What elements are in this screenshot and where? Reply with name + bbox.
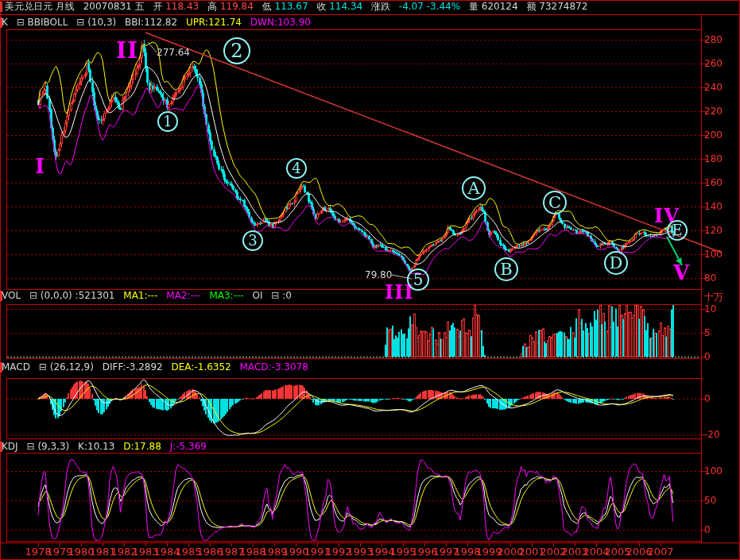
- bbiboll-params: (10,3): [87, 17, 116, 28]
- price-axis-label: 100: [704, 249, 723, 260]
- symbol-name: 美元兑日元: [5, 1, 52, 12]
- price-axis-label: 200: [704, 129, 723, 141]
- macd-panel-header: MACD ⊟ (26,12,9) DIFF:-3.2892 DEA:-1.635…: [2, 362, 314, 373]
- indicator-name-macd[interactable]: MACD: [2, 361, 30, 373]
- date-value: 20070831: [83, 1, 132, 12]
- indicator-name-kdj[interactable]: KDJ: [2, 441, 18, 452]
- wave-circle-3: 3: [242, 230, 263, 251]
- open-label: 开: [153, 1, 162, 12]
- wave-circle-D: D: [604, 251, 628, 275]
- kdj-k-value: K:10.13: [78, 441, 114, 452]
- weekday-value: 五: [135, 1, 145, 12]
- wave-circle-C: C: [543, 191, 567, 214]
- change-label: 涨跌: [371, 1, 390, 12]
- wave-circle-2: 2: [223, 37, 250, 64]
- wave-circle-E: E: [667, 220, 688, 241]
- price-axis-label: 280: [704, 34, 723, 45]
- kdj-axis-label: 0: [704, 524, 711, 535]
- kdj-axis-label: 100: [704, 465, 723, 477]
- dea-value: DEA:-1.6352: [172, 361, 231, 373]
- x-axis-year-label: 2007: [647, 546, 674, 558]
- indicator-name-bbiboll[interactable]: BBIBOLL: [28, 17, 68, 28]
- kdj-axis-label: 50: [704, 495, 716, 506]
- wave-circle-4: 4: [286, 158, 307, 179]
- price-axis-label: 260: [704, 58, 723, 69]
- ma2-value: MA2:---: [166, 290, 200, 301]
- kdj-params: (9,3,3): [37, 441, 69, 452]
- bbi-value: BBI:112.82: [125, 17, 177, 28]
- ma1-value: MA1:---: [123, 290, 157, 301]
- ma3-value: MA3:---: [209, 290, 243, 301]
- volume-axis-label: 10: [704, 303, 716, 315]
- kdj-d-value: D:17.88: [123, 441, 161, 452]
- k-line-label: K: [2, 17, 8, 28]
- chart-application-window: 美元兑日元 月线 20070831 五 开 118.43 高 119.84 低 …: [0, 0, 740, 560]
- vol-value: :521301: [76, 290, 115, 301]
- close-label: 收: [316, 1, 326, 12]
- wave-label-V: V: [673, 262, 690, 283]
- kdj-panel-header: KDJ ⊟ (9,3,3) K:10.13 D:17.88 J:-5.369: [2, 442, 212, 452]
- volume-value: 620124: [482, 1, 518, 12]
- volume-label: 量: [469, 1, 478, 12]
- price-callout: 277.64: [157, 48, 190, 57]
- volume-panel-header: VOL ⊟ (0,0,0) :521301 MA1:--- MA2:--- MA…: [2, 291, 297, 301]
- amount-value: 73274872: [539, 1, 587, 12]
- macd-axis-label: 0: [704, 393, 711, 404]
- kdj-j-value: J:-5.369: [170, 441, 207, 452]
- main-panel-header: K ⊟ BBIBOLL ⊟ (10,3) BBI:112.82 UPR:121.…: [2, 17, 316, 28]
- macd-value: MACD:-3.3078: [240, 361, 308, 373]
- low-label: 低: [262, 1, 272, 12]
- high-value: 119.84: [220, 1, 254, 12]
- change-value: -4.07 -3.44%: [399, 1, 460, 12]
- wave-circle-5: 5: [407, 268, 429, 291]
- oi-label: OI: [252, 290, 262, 301]
- volume-axis-label: 5: [704, 327, 711, 338]
- macd-axis-label: -20: [704, 429, 720, 440]
- macd-params: (26,12,9): [50, 361, 94, 373]
- wave-label-II: II: [116, 40, 138, 62]
- price-axis-label: 80: [704, 272, 716, 284]
- period-label: 月线: [56, 1, 75, 12]
- wave-circle-A: A: [462, 176, 486, 200]
- collapse-icon[interactable]: ⊟: [271, 290, 279, 301]
- price-axis-label: 240: [704, 82, 723, 93]
- diff-value: DIFF:-3.2892: [103, 361, 163, 373]
- close-value: 114.34: [329, 1, 362, 12]
- price-axis-label: 180: [704, 153, 723, 164]
- vol-params: (0,0,0): [41, 290, 72, 301]
- open-value: 118.43: [165, 1, 199, 12]
- price-axis-label: 120: [704, 225, 723, 236]
- indicator-name-vol[interactable]: VOL: [2, 290, 21, 301]
- price-axis-label: 160: [704, 177, 723, 188]
- collapse-icon[interactable]: ⊟: [76, 17, 84, 28]
- title-bar: 美元兑日元 月线 20070831 五 开 118.43 高 119.84 低 …: [5, 2, 593, 12]
- collapse-icon[interactable]: ⊟: [17, 17, 25, 28]
- oi-value: :0: [282, 290, 292, 301]
- upr-value: UPR:121.74: [186, 17, 242, 28]
- price-axis-label: 140: [704, 201, 723, 212]
- high-label: 高: [207, 1, 217, 12]
- collapse-icon[interactable]: ⊟: [26, 441, 34, 452]
- low-value: 113.67: [275, 1, 308, 12]
- collapse-icon[interactable]: ⊟: [29, 290, 37, 301]
- price-callout: 79.80: [365, 270, 392, 280]
- dwn-value: DWN:103.90: [250, 17, 311, 28]
- collapse-icon[interactable]: ⊟: [39, 361, 47, 373]
- wave-circle-B: B: [494, 257, 518, 281]
- wave-label-I: I: [35, 156, 45, 176]
- price-axis-label: 220: [704, 106, 723, 117]
- volume-unit-label: 十万: [704, 291, 723, 304]
- amount-label: 额: [526, 1, 536, 12]
- wave-circle-1: 1: [157, 111, 178, 132]
- volume-axis-label: 0: [704, 351, 711, 362]
